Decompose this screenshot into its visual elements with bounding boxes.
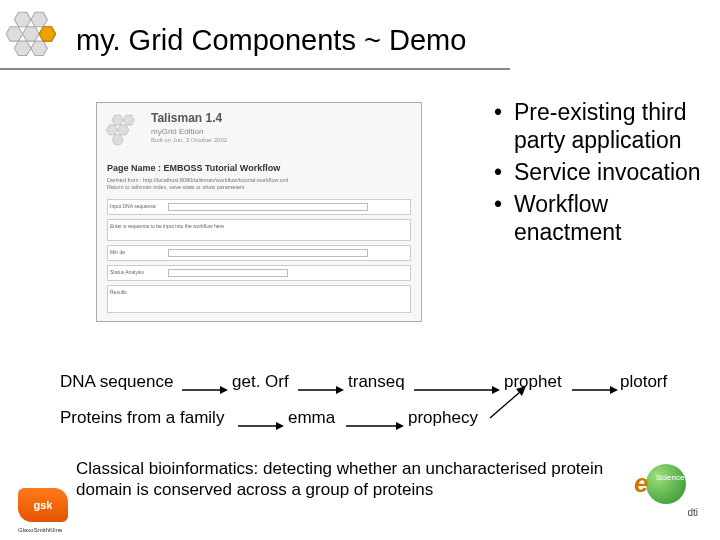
field-hint: Enter a sequence to be input into the wo… bbox=[108, 220, 226, 232]
app-meta-source: Derived from : http://localhost:8080/tal… bbox=[107, 177, 288, 184]
bullet-list: Pre-existing third party application Ser… bbox=[492, 98, 702, 250]
svg-marker-8 bbox=[112, 115, 123, 125]
app-meta-links: Return to talisman index, save state or … bbox=[107, 184, 288, 191]
form-row: Min de bbox=[107, 245, 411, 261]
field-label: Min de bbox=[108, 246, 168, 258]
svg-marker-20 bbox=[610, 386, 618, 394]
arrow-right-icon bbox=[414, 382, 498, 383]
svg-marker-5 bbox=[14, 41, 31, 55]
title-underline bbox=[0, 68, 510, 70]
arrow-right-icon bbox=[238, 418, 282, 419]
description-text: Classical bioinformatics: detecting whet… bbox=[76, 458, 610, 501]
arrow-right-icon bbox=[298, 382, 342, 383]
arrow-diagonal-icon bbox=[488, 386, 528, 387]
svg-marker-6 bbox=[31, 41, 48, 55]
gsk-logo-text: gsk bbox=[34, 499, 53, 511]
gsk-logo-subtext: GlaxoSmithKline bbox=[18, 527, 62, 533]
text-input[interactable] bbox=[168, 269, 288, 277]
svg-marker-22 bbox=[276, 422, 284, 430]
flow-node: get. Orf bbox=[232, 372, 289, 392]
flow-node: DNA sequence bbox=[60, 372, 173, 392]
gsk-logo: gsk GlaxoSmithKline bbox=[18, 488, 68, 522]
app-subbrand: myGrid Edition bbox=[151, 127, 203, 136]
svg-marker-9 bbox=[123, 115, 134, 125]
globe-icon bbox=[646, 464, 686, 504]
hex-cluster-icon bbox=[105, 111, 147, 153]
svg-marker-14 bbox=[220, 386, 228, 394]
hex-cluster-icon bbox=[4, 6, 66, 68]
bullet-item: Service invocation bbox=[492, 158, 702, 186]
form-row: Input DNA sequence bbox=[107, 199, 411, 215]
app-brand: Talisman 1.4 bbox=[151, 111, 222, 125]
text-input[interactable] bbox=[168, 249, 368, 257]
svg-marker-12 bbox=[112, 135, 123, 145]
svg-marker-1 bbox=[31, 12, 48, 26]
app-builddate: Built on Jun, 3 October 2002 bbox=[151, 137, 227, 143]
flow-node: emma bbox=[288, 408, 335, 428]
svg-marker-16 bbox=[336, 386, 344, 394]
arrow-right-icon bbox=[572, 382, 616, 383]
flow-node: prophecy bbox=[408, 408, 478, 428]
arrow-right-icon bbox=[346, 418, 402, 419]
page-title: my. Grid Components ~ Demo bbox=[76, 24, 466, 57]
escience-logo: e Science dti bbox=[634, 464, 698, 514]
bullet-item: Workflow enactment bbox=[492, 190, 702, 246]
svg-marker-24 bbox=[396, 422, 404, 430]
svg-marker-2 bbox=[6, 27, 23, 41]
flow-node: transeq bbox=[348, 372, 405, 392]
form-row: Status Analysis bbox=[107, 265, 411, 281]
flow-node: plotorf bbox=[620, 372, 667, 392]
bullet-item: Pre-existing third party application bbox=[492, 98, 702, 154]
field-label: Status Analysis bbox=[108, 266, 168, 278]
flow-node: Proteins from a family bbox=[60, 408, 224, 428]
svg-marker-10 bbox=[106, 125, 117, 135]
app-meta: Derived from : http://localhost:8080/tal… bbox=[107, 177, 288, 191]
form-row: Enter a sequence to be input into the wo… bbox=[107, 219, 411, 241]
svg-marker-11 bbox=[118, 125, 129, 135]
svg-line-25 bbox=[490, 392, 520, 418]
arrow-right-icon bbox=[182, 382, 226, 383]
escience-e: e bbox=[634, 468, 648, 499]
field-label: Input DNA sequence bbox=[108, 200, 168, 212]
escience-text: Science bbox=[656, 474, 684, 483]
svg-marker-3 bbox=[23, 27, 40, 41]
text-input[interactable] bbox=[168, 203, 368, 211]
svg-marker-7 bbox=[39, 27, 56, 41]
field-label: Results bbox=[108, 286, 168, 298]
dti-text: dti bbox=[687, 507, 698, 518]
embedded-app-screenshot: Talisman 1.4 myGrid Edition Built on Jun… bbox=[96, 102, 422, 322]
svg-marker-0 bbox=[14, 12, 31, 26]
app-page-name: Page Name : EMBOSS Tutorial Workflow bbox=[107, 163, 280, 173]
form-row: Results bbox=[107, 285, 411, 313]
